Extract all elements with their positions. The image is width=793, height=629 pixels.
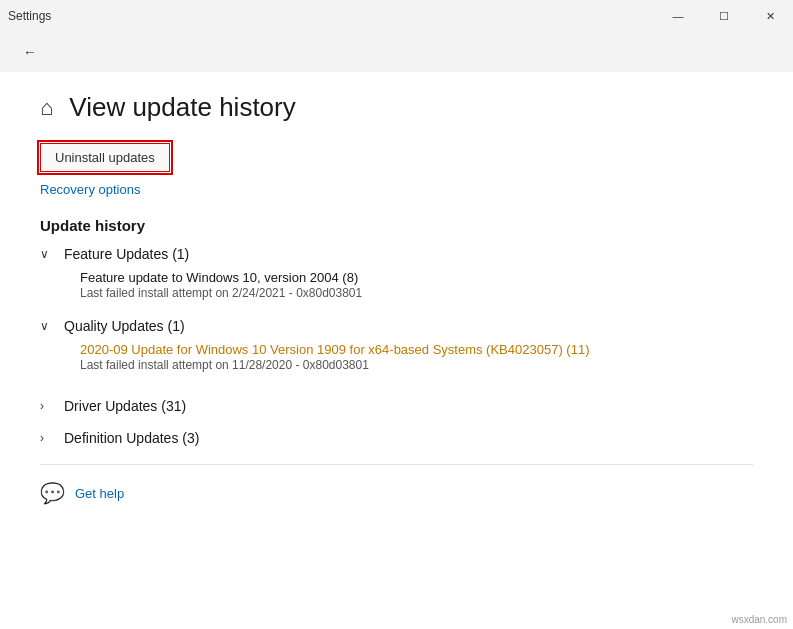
feature-updates-entries: Feature update to Windows 10, version 20… — [80, 270, 753, 300]
driver-updates-category: › Driver Updates (31) — [40, 396, 753, 416]
maximize-button[interactable]: ☐ — [701, 0, 747, 32]
title-bar-controls: — ☐ ✕ — [655, 0, 793, 32]
nav-bar: ← — [0, 32, 793, 72]
back-button[interactable]: ← — [16, 38, 44, 66]
quality-update-name-link-0[interactable]: 2020-09 Update for Windows 10 Version 19… — [80, 342, 753, 357]
definition-updates-header[interactable]: › Definition Updates (3) — [40, 428, 753, 448]
section-title: Update history — [40, 217, 753, 234]
definition-updates-category: › Definition Updates (3) — [40, 428, 753, 448]
feature-update-status-0: Last failed install attempt on 2/24/2021… — [80, 286, 753, 300]
get-help-section[interactable]: 💬 Get help — [40, 481, 753, 505]
get-help-link[interactable]: Get help — [75, 486, 124, 501]
get-help-icon: 💬 — [40, 481, 65, 505]
quality-updates-header[interactable]: ∨ Quality Updates (1) — [40, 316, 753, 336]
quality-updates-chevron: ∨ — [40, 319, 56, 333]
quality-update-status-0: Last failed install attempt on 11/28/202… — [80, 358, 753, 372]
feature-update-name-0: Feature update to Windows 10, version 20… — [80, 270, 753, 285]
driver-updates-label: Driver Updates (31) — [64, 398, 186, 414]
definition-updates-label: Definition Updates (3) — [64, 430, 199, 446]
main-content: ⌂ View update history Uninstall updates … — [0, 72, 793, 629]
feature-update-entry-0: Feature update to Windows 10, version 20… — [80, 270, 753, 300]
title-bar-left: Settings — [8, 9, 51, 23]
title-bar-title: Settings — [8, 9, 51, 23]
minimize-button[interactable]: — — [655, 0, 701, 32]
driver-updates-chevron: › — [40, 399, 56, 413]
definition-updates-chevron: › — [40, 431, 56, 445]
home-icon: ⌂ — [40, 95, 53, 121]
quality-update-entry-0: 2020-09 Update for Windows 10 Version 19… — [80, 342, 753, 372]
page-title: View update history — [69, 92, 295, 123]
feature-updates-category: ∨ Feature Updates (1) Feature update to … — [40, 244, 753, 300]
quality-updates-category: ∨ Quality Updates (1) 2020-09 Update for… — [40, 316, 753, 372]
uninstall-updates-button[interactable]: Uninstall updates — [40, 143, 170, 172]
close-button[interactable]: ✕ — [747, 0, 793, 32]
driver-updates-header[interactable]: › Driver Updates (31) — [40, 396, 753, 416]
title-bar: Settings — ☐ ✕ — [0, 0, 793, 32]
feature-updates-chevron: ∨ — [40, 247, 56, 261]
recovery-options-link[interactable]: Recovery options — [40, 182, 753, 197]
feature-updates-header[interactable]: ∨ Feature Updates (1) — [40, 244, 753, 264]
quality-updates-label: Quality Updates (1) — [64, 318, 185, 334]
divider — [40, 464, 753, 465]
page-header: ⌂ View update history — [40, 92, 753, 123]
quality-updates-entries: 2020-09 Update for Windows 10 Version 19… — [80, 342, 753, 372]
feature-updates-label: Feature Updates (1) — [64, 246, 189, 262]
watermark: wsxdan.com — [731, 614, 787, 625]
